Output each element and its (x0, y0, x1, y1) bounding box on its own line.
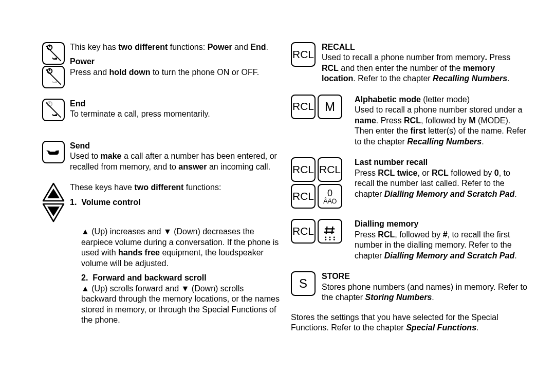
alpha-heading: Alphabetic mode (letter mode) (355, 95, 529, 105)
entry-store: S STORE Stores phone numbers (and names)… (291, 271, 529, 303)
dialmem-title: Dialling memory (355, 219, 529, 229)
rcl-key-icon: RCL (291, 42, 316, 67)
svg-line-13 (326, 227, 327, 234)
svg-point-22 (334, 239, 335, 240)
entry-power-end: This key has two different functions: Po… (42, 42, 281, 88)
svg-point-19 (334, 237, 335, 238)
entry-alpha: RCL M Alphabetic mode (letter mode) Used… (291, 95, 529, 147)
s-key-icon: S (291, 271, 316, 296)
recall-body: Used to recall a phone number from memor… (322, 52, 529, 84)
rcl-key-icon: RCL (291, 157, 316, 182)
hash-key-icon (318, 219, 342, 244)
down-triangle-icon (42, 203, 65, 222)
recall-title: RECALL (322, 42, 529, 52)
rcl-key-icon: RCL (291, 95, 316, 119)
left-column: This key has two different functions: Po… (42, 42, 281, 333)
rcl-key-icon: RCL (318, 157, 342, 182)
end-title: End (70, 99, 281, 109)
entry-lastnum: RCL RCL RCL 0 ÅÄÖ Last number recall Pre… (291, 157, 529, 209)
power-end-intro: This key has two different functions: Po… (70, 42, 281, 52)
zero-key-icon: 0 ÅÄÖ (318, 184, 342, 209)
scroll-heading: 2. Forward and backward scroll (81, 273, 281, 283)
scroll-body: ▲ (Up) scrolls forward and ▼ (Down) scro… (81, 284, 281, 326)
store-title: STORE (322, 271, 529, 282)
right-column: RCL RECALL Used to recall a phone number… (291, 42, 529, 333)
end-key-icon (42, 99, 65, 121)
power-end-key-icon (42, 42, 65, 65)
entry-updown: These keys have two different functions:… (42, 182, 281, 222)
alpha-body: Used to recall a phone number stored und… (355, 105, 529, 147)
m-key-icon: M (318, 95, 342, 119)
svg-point-21 (329, 239, 331, 240)
send-body: Used to make a call after a number has b… (70, 151, 281, 172)
end-body: To terminate a call, press momentarily. (70, 109, 281, 119)
entry-recall: RCL RECALL Used to recall a phone number… (291, 42, 529, 84)
lastnum-title: Last number recall (355, 157, 529, 167)
power-key-icon (42, 66, 65, 88)
entry-dialmem: RCL Dialling memory (291, 219, 529, 261)
up-triangle-icon (42, 182, 65, 202)
lastnum-body: Press RCL twice, or RCL followed by 0, t… (355, 168, 529, 199)
store-final-body: Stores the settings that you have select… (291, 312, 529, 333)
send-key-icon (42, 141, 65, 163)
rcl-key-icon: RCL (291, 184, 316, 209)
send-title: Send (70, 141, 281, 151)
rcl-key-icon: RCL (291, 219, 316, 244)
manual-page: This key has two different functions: Po… (0, 0, 555, 333)
dialmem-body: Press RCL, followed by #, to recall the … (355, 230, 529, 261)
store-body: Stores phone numbers (and names) in memo… (322, 282, 529, 303)
power-title: Power (70, 57, 281, 67)
twofunc-intro: These keys have two different functions: (70, 182, 281, 193)
volume-body: ▲ (Up) increases and ▼ (Down) decreases … (81, 227, 281, 269)
svg-line-14 (332, 227, 333, 234)
power-body: Press and hold down to turn the phone ON… (70, 67, 281, 78)
svg-point-18 (329, 237, 331, 238)
svg-point-17 (325, 237, 326, 238)
svg-point-20 (325, 239, 326, 240)
entry-send: Send Used to make a call after a number … (42, 141, 281, 172)
entry-end: End To terminate a call, press momentari… (42, 99, 281, 121)
volume-heading: 1. Volume control (70, 197, 281, 208)
